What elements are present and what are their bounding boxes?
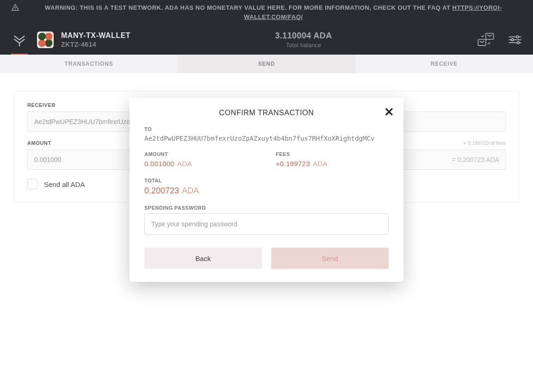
confirm-total-label: TOTAL [144,178,389,183]
tab-send[interactable]: SEND [178,55,355,73]
svg-point-7 [516,36,519,38]
to-address: Ae2tdPwUPEZ3HUU7bmfexrUzoZpAZxuyt4b4bn7f… [144,135,389,142]
wallet-name: MANY-TX-WALLET [61,31,130,40]
spending-password-input[interactable] [144,213,389,235]
confirm-transaction-modal: CONFIRM TRANSACTION ✕ TO Ae2tdPwUPEZ3HUU… [130,98,403,282]
svg-point-8 [511,39,514,41]
send-all-label: Send all ADA [44,180,85,188]
confirm-amount-value: 0.001000ADA [144,160,257,168]
confirm-amount-label: AMOUNT [144,151,257,157]
wallet-tabs: TRANSACTIONS SEND RECEIVE [0,55,533,73]
svg-point-9 [517,42,520,44]
modal-title: CONFIRM TRANSACTION [144,109,389,117]
send-all-checkbox[interactable] [27,179,37,189]
confirm-total-value: 0.200723ADA [144,186,389,196]
to-label: TO [144,126,389,132]
wallet-header: MANY-TX-WALLET ZKTZ-4614 3.110004 ADA To… [0,25,533,55]
spending-password-label: SPENDING PASSWORD [144,205,389,211]
confirm-fees-label: FEES [276,151,389,157]
total-balance-amount: 3.110004 ADA [140,31,467,41]
app-logo[interactable] [11,25,28,55]
tab-transactions[interactable]: TRANSACTIONS [0,55,178,73]
svg-point-1 [15,9,16,10]
send-button[interactable]: Send [271,248,389,269]
settings-icon[interactable] [508,34,522,45]
amount-equals: = 0.200723 ADA [452,156,499,163]
warning-icon [11,4,19,12]
confirm-fees-value: +0.199723ADA [276,160,389,168]
test-network-warning-banner: WARNING: THIS IS A TEST NETWORK. ADA HAS… [0,0,533,25]
warning-text: WARNING: THIS IS A TEST NETWORK. ADA HAS… [45,4,452,11]
tab-receive[interactable]: RECEIVE [355,55,533,73]
back-button[interactable]: Back [144,248,262,269]
fees-hint: + 0.199723 of fees [464,140,506,146]
wallets-icon[interactable] [477,32,495,47]
wallet-plate-id: ZKTZ-4614 [61,41,130,48]
close-icon[interactable]: ✕ [384,106,394,118]
total-balance-label: Total balance [140,42,467,49]
wallet-plate-icon [37,31,54,48]
